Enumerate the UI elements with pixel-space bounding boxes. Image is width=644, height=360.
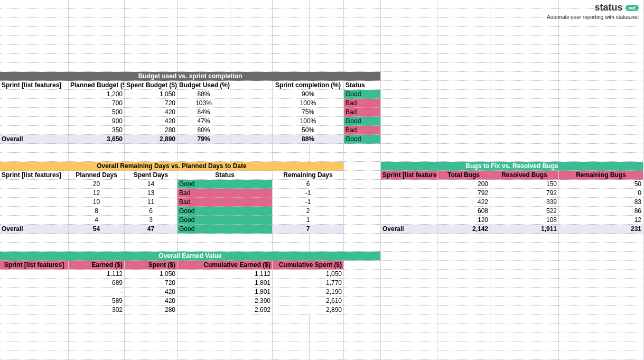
- grid-cell[interactable]: [125, 144, 178, 153]
- grid-cell[interactable]: [0, 153, 69, 162]
- table4-cearn[interactable]: 2,692: [178, 306, 273, 315]
- table2-spent[interactable]: 11: [125, 198, 178, 207]
- grid-cell[interactable]: [178, 18, 230, 27]
- table1-used[interactable]: 88%: [178, 90, 230, 99]
- grid-cell[interactable]: [0, 341, 69, 350]
- grid-cell[interactable]: [69, 144, 125, 153]
- grid-cell[interactable]: [437, 288, 490, 297]
- grid-cell[interactable]: [381, 45, 437, 54]
- grid-cell[interactable]: [125, 9, 178, 18]
- grid-cell[interactable]: [0, 0, 69, 9]
- table3-resolved[interactable]: 150: [490, 180, 559, 189]
- grid-cell[interactable]: [381, 0, 437, 9]
- table3-resolved[interactable]: 108: [490, 216, 559, 225]
- grid-cell[interactable]: [69, 45, 125, 54]
- grid-cell[interactable]: [310, 324, 344, 333]
- table4-cearn[interactable]: 1,801: [178, 279, 273, 288]
- grid-cell[interactable]: [490, 81, 559, 90]
- grid-cell[interactable]: [178, 27, 230, 36]
- grid-cell[interactable]: [490, 36, 559, 45]
- grid-cell[interactable]: [344, 324, 381, 333]
- table3-sprint[interactable]: [381, 189, 437, 198]
- grid-cell[interactable]: [0, 45, 69, 54]
- grid-cell[interactable]: [273, 54, 310, 63]
- grid-cell[interactable]: [381, 306, 437, 315]
- grid-cell[interactable]: [381, 333, 437, 341]
- grid-cell[interactable]: [178, 315, 230, 324]
- grid-cell[interactable]: [559, 333, 643, 341]
- grid-cell[interactable]: [0, 27, 69, 36]
- grid-cell[interactable]: [125, 54, 178, 63]
- grid-cell[interactable]: [344, 234, 381, 243]
- grid-cell[interactable]: [381, 234, 437, 243]
- table4-sprint[interactable]: [0, 306, 69, 315]
- table4-earned[interactable]: 689: [69, 279, 125, 288]
- table4-sprint[interactable]: [0, 270, 69, 279]
- grid-cell[interactable]: [69, 36, 125, 45]
- table3-sprint[interactable]: [381, 216, 437, 225]
- grid-cell[interactable]: [381, 117, 437, 126]
- table2-planned[interactable]: 20: [69, 180, 125, 189]
- table1-used[interactable]: 47%: [178, 117, 230, 126]
- table2-planned[interactable]: 12: [69, 189, 125, 198]
- grid-cell[interactable]: [230, 333, 273, 341]
- table3-total[interactable]: 200: [437, 180, 490, 189]
- table4-cspent[interactable]: 1,770: [273, 279, 344, 288]
- grid-cell[interactable]: [310, 153, 344, 162]
- grid-cell[interactable]: [273, 243, 310, 252]
- grid-cell[interactable]: [273, 315, 310, 324]
- table1-status[interactable]: Bad: [344, 126, 381, 135]
- grid-cell[interactable]: [437, 135, 490, 144]
- table4-earned[interactable]: -: [69, 288, 125, 297]
- table2-spent[interactable]: 6: [125, 207, 178, 216]
- table1-status[interactable]: Bad: [344, 99, 381, 108]
- table1-planned[interactable]: 900: [69, 117, 125, 126]
- grid-cell[interactable]: [0, 54, 69, 63]
- grid-cell[interactable]: [559, 288, 643, 297]
- grid-cell[interactable]: [381, 261, 437, 270]
- grid-cell[interactable]: [230, 153, 273, 162]
- table1-spent[interactable]: 280: [125, 126, 178, 135]
- table4-spent[interactable]: 720: [125, 279, 178, 288]
- grid-cell[interactable]: [344, 45, 381, 54]
- grid-cell[interactable]: [437, 243, 490, 252]
- grid-cell[interactable]: [490, 126, 559, 135]
- grid-cell[interactable]: [490, 90, 559, 99]
- grid-cell[interactable]: [0, 333, 69, 341]
- grid-cell[interactable]: [344, 153, 381, 162]
- grid-cell[interactable]: [381, 153, 437, 162]
- grid-cell[interactable]: [178, 243, 230, 252]
- table1-comp[interactable]: 100%: [273, 117, 344, 126]
- grid-cell[interactable]: [559, 108, 643, 117]
- grid-cell[interactable]: [310, 341, 344, 350]
- table4-spent[interactable]: 420: [125, 288, 178, 297]
- grid-cell[interactable]: [230, 234, 273, 243]
- grid-cell[interactable]: [310, 18, 344, 27]
- table1-sprint[interactable]: [0, 117, 69, 126]
- grid-cell[interactable]: [559, 72, 643, 81]
- grid-cell[interactable]: [69, 153, 125, 162]
- grid-cell[interactable]: [125, 333, 178, 341]
- grid-cell[interactable]: [230, 36, 273, 45]
- grid-cell[interactable]: [437, 234, 490, 243]
- grid-cell[interactable]: [69, 350, 125, 359]
- grid-cell[interactable]: [490, 270, 559, 279]
- grid-cell[interactable]: [178, 36, 230, 45]
- grid-cell[interactable]: [437, 126, 490, 135]
- grid-cell[interactable]: [559, 279, 643, 288]
- table3-remain[interactable]: 12: [559, 216, 643, 225]
- grid-cell[interactable]: [490, 306, 559, 315]
- grid-cell[interactable]: [437, 306, 490, 315]
- grid-cell[interactable]: [344, 270, 381, 279]
- grid-cell[interactable]: [490, 279, 559, 288]
- grid-cell[interactable]: [559, 350, 643, 359]
- grid-cell[interactable]: [69, 54, 125, 63]
- grid-cell[interactable]: [559, 306, 643, 315]
- grid-cell[interactable]: [437, 99, 490, 108]
- grid-cell[interactable]: [344, 9, 381, 18]
- grid-cell[interactable]: [230, 243, 273, 252]
- grid-cell[interactable]: [437, 261, 490, 270]
- grid-cell[interactable]: [490, 135, 559, 144]
- table1-spent[interactable]: 420: [125, 117, 178, 126]
- table3-sprint[interactable]: [381, 198, 437, 207]
